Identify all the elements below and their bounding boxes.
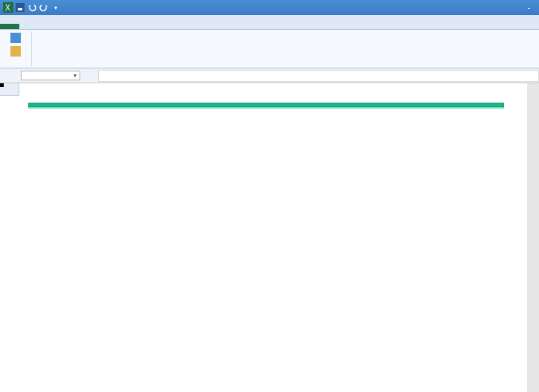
- tab-file[interactable]: [0, 24, 19, 29]
- download-icon: [10, 33, 21, 43]
- formula-bar-row: ▾: [0, 68, 539, 83]
- worksheet[interactable]: [0, 83, 539, 392]
- ribbon-group-web: [3, 31, 32, 66]
- window-title: -: [528, 4, 530, 12]
- content-block: [28, 103, 504, 138]
- title-bar: X ▾ -: [0, 0, 539, 15]
- downloaden-button[interactable]: [7, 31, 27, 45]
- name-box-dropdown-icon[interactable]: ▾: [74, 72, 77, 79]
- save-icon[interactable]: [15, 2, 25, 13]
- excel-icon: X: [3, 2, 13, 13]
- author-row: [28, 107, 504, 109]
- title-sep: -: [528, 4, 530, 12]
- select-all-corner[interactable]: [0, 83, 19, 96]
- name-box[interactable]: ▾: [21, 71, 80, 80]
- svg-rect-2: [16, 3, 25, 12]
- undo-icon[interactable]: [27, 2, 37, 13]
- qat-dropdown-icon[interactable]: ▾: [51, 2, 61, 13]
- folder-icon: [10, 46, 21, 57]
- ribbon: [0, 30, 539, 68]
- downloadordner-button[interactable]: [7, 45, 27, 58]
- quick-access-toolbar: X ▾: [3, 2, 61, 13]
- ribbon-tabs: [0, 15, 539, 30]
- svg-rect-3: [18, 8, 22, 10]
- redo-icon[interactable]: [39, 2, 49, 13]
- vertical-scrollbar[interactable]: [527, 83, 539, 392]
- column-headers: [0, 83, 19, 96]
- group-label: [7, 65, 27, 66]
- svg-text:X: X: [5, 4, 10, 12]
- formula-input[interactable]: [98, 70, 539, 82]
